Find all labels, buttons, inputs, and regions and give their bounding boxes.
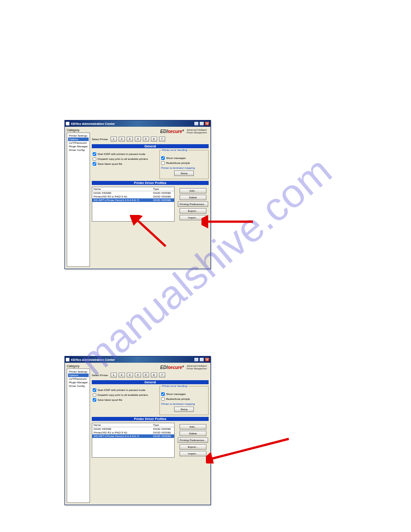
maximize-button[interactable]: □ — [199, 121, 204, 126]
printer-btn-7[interactable]: 7 — [159, 373, 165, 378]
check-start-disp[interactable]: Start DISP with printers in paused mode — [93, 388, 157, 392]
profile-row-0[interactable]: DIGID XID590i DIGID XID590i — [92, 191, 174, 195]
sidebar-item-printer-settings[interactable]: Printer Settings — [68, 134, 89, 137]
checkbox-save-spool[interactable] — [93, 162, 96, 166]
check-redistribute-label: Redistribute printjob — [166, 398, 190, 400]
export-button[interactable]: Export... — [180, 444, 206, 450]
printer-btn-4[interactable]: 4 — [135, 137, 141, 142]
setup-button[interactable]: Setup — [174, 407, 194, 412]
check-redistribute-label: Redistribute printjob — [166, 162, 190, 164]
profile-row-1[interactable]: Printer(XID R2 to R4(2-3-4)) DIGID XID59… — [92, 431, 174, 434]
check-redistribute[interactable]: Redistribute printjob — [161, 161, 207, 165]
checkbox-show-messages[interactable] — [161, 392, 165, 396]
printer-btn-3[interactable]: 3 — [127, 373, 133, 378]
check-show-messages[interactable]: Show messages — [161, 156, 207, 160]
printer-btn-5[interactable]: 5 — [143, 373, 149, 378]
check-dispatch[interactable]: Dispatch copy print to all available pri… — [93, 393, 157, 397]
printer-btn-4[interactable]: 4 — [135, 373, 141, 378]
checkbox-save-spool[interactable] — [93, 398, 96, 402]
printer-btn-3[interactable]: 3 — [127, 137, 133, 142]
import-button[interactable]: Import... — [180, 215, 206, 220]
profile-type-1: DIGID XID590i — [152, 195, 174, 198]
category-sidebar[interactable]: Printer Settings Options LUT/Password Pl… — [67, 133, 90, 267]
titlebar: XID5xx Administration Center _ □ × — [65, 120, 210, 127]
add-button[interactable]: Add... — [180, 424, 206, 429]
app-icon — [66, 358, 69, 361]
section-profiles-header: Printer Driver Profiles — [92, 181, 209, 185]
sidebar-item-lut-password[interactable]: LUT/Password — [68, 141, 89, 145]
checkbox-dispatch[interactable] — [93, 393, 96, 397]
svg-line-5 — [210, 439, 289, 459]
sidebar-item-lut-password[interactable]: LUT/Password — [68, 377, 89, 381]
profile-row-0[interactable]: DIGID XID590i DIGID XID590i — [92, 427, 174, 431]
category-sidebar[interactable]: Printer Settings Options LUT/Password Pl… — [67, 369, 90, 503]
laminator-mapping-link[interactable]: Printer to laminator mapping — [161, 403, 207, 405]
sidebar-item-driver-config[interactable]: Driver Config — [68, 384, 89, 388]
profile-row-2-selected[interactable]: XID ART's Printer Farm(1-2-3-4-5-6-7) DI… — [92, 434, 174, 438]
brand-tagline: Advanced Intelligent Printer Management — [187, 129, 207, 134]
profile-name-2: XID ART's Printer Farm(1-2-3-4-5-6-7) — [92, 198, 152, 202]
printing-preferences-button[interactable]: Printing Preferences... — [178, 202, 208, 207]
setup-button[interactable]: Setup — [174, 171, 194, 176]
profile-row-1[interactable]: Printer(XID R2 to R4(2-3-4)) DIGID XID59… — [92, 195, 174, 198]
minimize-button[interactable]: _ — [194, 121, 199, 126]
maximize-button[interactable]: □ — [199, 357, 204, 362]
import-button[interactable]: Import... — [180, 451, 206, 456]
export-button[interactable]: Export... — [180, 208, 206, 214]
printer-btn-5[interactable]: 5 — [143, 137, 149, 142]
check-save-spool[interactable]: Save latest spool file — [93, 398, 157, 402]
minimize-button[interactable]: _ — [194, 357, 199, 362]
add-button[interactable]: Add... — [180, 188, 206, 193]
checkbox-dispatch[interactable] — [93, 157, 96, 161]
profile-row-2-selected[interactable]: XID ART's Printer Farm(1-2-3-4-5-6-7) DI… — [92, 198, 174, 202]
profile-list[interactable]: Name Type DIGID XID590i DIGID XID590i Pr… — [92, 423, 175, 458]
profile-name-0: DIGID XID590i — [92, 427, 152, 431]
profile-name-1: Printer(XID R2 to R4(2-3-4)) — [92, 431, 152, 434]
check-start-disp[interactable]: Start DISP with printers in paused mode — [93, 152, 157, 156]
checkbox-redistribute[interactable] — [161, 397, 165, 401]
delete-button[interactable]: Delete — [180, 431, 206, 436]
check-dispatch[interactable]: Dispatch copy print to all available pri… — [93, 157, 157, 161]
profile-type-1: DIGID XID590i — [152, 431, 174, 434]
printing-preferences-button[interactable]: Printing Preferences... — [178, 438, 208, 443]
checkbox-start-disp[interactable] — [93, 152, 96, 156]
section-general-header: General — [92, 380, 209, 384]
check-save-spool[interactable]: Save latest spool file — [93, 162, 157, 166]
printer-btn-6[interactable]: 6 — [151, 373, 157, 378]
printer-btn-1[interactable]: 1 — [111, 137, 117, 142]
delete-button[interactable]: Delete — [180, 195, 206, 200]
laminator-mapping-link[interactable]: Printer to laminator mapping — [161, 167, 207, 169]
printer-btn-2[interactable]: 2 — [119, 373, 125, 378]
profile-name-1: Printer(XID R2 to R4(2-3-4)) — [92, 195, 152, 198]
check-dispatch-label: Dispatch copy print to all available pri… — [98, 394, 148, 396]
close-button[interactable]: × — [205, 357, 210, 362]
checkbox-redistribute[interactable] — [161, 161, 165, 165]
close-button[interactable]: × — [205, 121, 210, 126]
check-start-disp-label: Start DISP with printers in paused mode — [98, 153, 146, 155]
select-printer-label: Select Printer: — [92, 138, 109, 141]
sidebar-item-plugin-manager[interactable]: Plugin Manager — [68, 145, 89, 148]
sidebar-item-options[interactable]: Options — [68, 373, 89, 377]
admin-center-dialog-1: XID5xx Administration Center _ □ × Categ… — [64, 120, 211, 269]
error-handling-group-label: Printer error handling — [161, 385, 188, 387]
printer-btn-7[interactable]: 7 — [159, 137, 165, 142]
checkbox-start-disp[interactable] — [93, 388, 96, 392]
sidebar-item-printer-settings[interactable]: Printer Settings — [68, 370, 89, 373]
profile-type-2: DIGID XID590i — [152, 434, 174, 438]
printer-btn-1[interactable]: 1 — [111, 373, 117, 378]
brand-logo: EDIsecure* — [160, 365, 184, 370]
sidebar-item-driver-config[interactable]: Driver Config — [68, 148, 89, 152]
check-show-messages[interactable]: Show messages — [161, 392, 207, 396]
brand-edi: EDI — [160, 365, 168, 370]
printer-btn-6[interactable]: 6 — [151, 137, 157, 142]
profile-type-2: DIGID XID590i — [152, 198, 174, 202]
admin-center-dialog-2: XID5xx Administration Center _ □ × Categ… — [64, 356, 211, 505]
profile-list[interactable]: Name Type DIGID XID590i DIGID XID590i Pr… — [92, 187, 175, 222]
printer-btn-2[interactable]: 2 — [119, 137, 125, 142]
sidebar-item-plugin-manager[interactable]: Plugin Manager — [68, 381, 89, 384]
profile-type-0: DIGID XID590i — [152, 427, 174, 431]
sidebar-item-options[interactable]: Options — [68, 137, 89, 141]
select-printer-label: Select Printer: — [92, 374, 109, 377]
check-redistribute[interactable]: Redistribute printjob — [161, 397, 207, 401]
checkbox-show-messages[interactable] — [161, 156, 165, 160]
